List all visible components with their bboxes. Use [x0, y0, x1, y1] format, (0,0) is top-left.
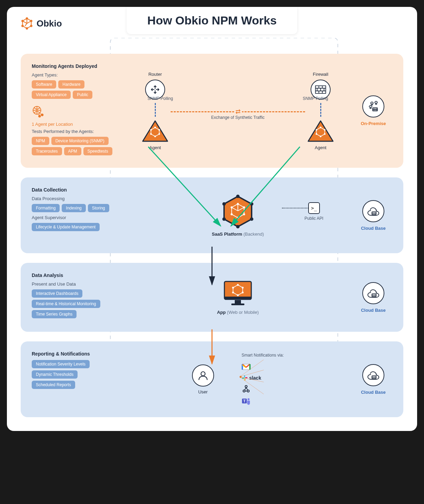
svg-point-51 [242, 287, 243, 288]
chip-snmp: Device Monitoring (SNMP) [51, 137, 109, 145]
collect-center: SaaS Platform (Backend) >_ Public API [121, 187, 354, 244]
user-row: User Smart Notifications via: slack T [192, 353, 284, 406]
svg-marker-31 [224, 196, 252, 227]
svg-text:T: T [243, 399, 245, 403]
agent-right [307, 120, 334, 142]
svg-point-13 [159, 133, 160, 134]
svg-point-24 [316, 129, 317, 130]
svg-line-60 [240, 370, 264, 377]
supervisor-chips: Lifecycle & Update Management [32, 223, 121, 231]
processing-label: Data Processing [32, 196, 121, 201]
sections: Monitoring Agents Deployed Agent Types: … [21, 54, 403, 417]
chip-apm: APM [64, 147, 81, 155]
snmp-label-left: SNMP Polling [148, 96, 173, 101]
svg-point-40 [243, 214, 245, 215]
chip-indexing: Indexing [62, 204, 85, 212]
report-title: Reporting & Notifications [32, 351, 121, 357]
agent-types-label: Agent Types: [32, 72, 121, 78]
report-left: Reporting & Notifications Notification S… [32, 351, 121, 408]
cloud-base-icon-2 [362, 282, 384, 304]
firewall-label: Firewall [313, 72, 329, 77]
svg-point-63 [240, 376, 242, 378]
svg-point-53 [237, 295, 239, 296]
chip-formatting: Formatting [32, 204, 60, 212]
saas-name: SaaS Platform [212, 232, 242, 237]
analysis-sub: Present and Use Data [32, 281, 121, 287]
globe-network-icon [32, 105, 45, 118]
deploy-right: On-Premise [354, 63, 392, 158]
saas-sub: (Backend) [243, 232, 264, 237]
svg-point-32 [236, 195, 240, 198]
deploy-left: Monitoring Agents Deployed Agent Types: … [32, 63, 121, 158]
app-monitor-icon [223, 280, 253, 307]
chip-dashboards: Interactive Dashboards [32, 289, 82, 298]
svg-point-58 [201, 372, 205, 376]
svg-point-33 [250, 202, 253, 206]
collect-right: Cloud Base [354, 187, 392, 244]
chip-storing: Storing [88, 204, 109, 212]
chip-realtime: Real-time & Historical Monitoring [32, 300, 100, 308]
user-icon [192, 364, 214, 387]
svg-point-20 [324, 129, 325, 130]
chip-timeseries: Time Series Graphs [32, 310, 77, 318]
router-label: Router [148, 72, 162, 77]
saas-to-app-arrow [209, 247, 215, 288]
router-node: Router Agent [141, 72, 169, 150]
cloud-base-icon-3 [362, 364, 384, 386]
analysis-chips: Interactive Dashboards Real-time & Histo… [32, 289, 121, 318]
brand-logo: Obkio [21, 17, 62, 30]
svg-point-19 [320, 127, 321, 128]
analysis-title: Data Analysis [32, 272, 121, 278]
svg-marker-10 [143, 121, 168, 141]
svg-point-73 [248, 398, 250, 400]
section-collect: Data Collection Data Processing Formatti… [21, 177, 403, 253]
svg-rect-49 [231, 304, 244, 305]
deploy-title: Monitoring Agents Deployed [32, 63, 121, 69]
svg-point-52 [242, 292, 243, 293]
page-title: How Obkio NPM Works [127, 7, 297, 34]
exchange-arrows-icon: ⇄ [234, 110, 242, 113]
exchange-label: Exchange of Synthetic Traffic [211, 115, 264, 120]
svg-point-26 [375, 103, 377, 104]
svg-point-12 [159, 129, 160, 130]
agent-left [141, 120, 169, 142]
svg-point-14 [154, 136, 155, 137]
user-label: User [198, 389, 208, 394]
svg-rect-48 [235, 300, 241, 304]
collect-left: Data Collection Data Processing Formatti… [32, 187, 121, 244]
section-deploy: Monitoring Agents Deployed Agent Types: … [21, 54, 403, 168]
chip-software: Software [32, 80, 56, 89]
on-premise-icon [362, 95, 384, 117]
svg-point-21 [324, 133, 325, 134]
app-name: App [217, 310, 225, 315]
svg-rect-47 [224, 297, 251, 299]
api-group: >_ Public API [304, 202, 323, 221]
svg-point-36 [222, 217, 226, 221]
app-sub: (Web or Mobile) [227, 310, 259, 315]
chip-virtual: Virtual Appliance [32, 91, 71, 99]
report-center: User Smart Notifications via: slack T [121, 351, 354, 408]
chip-npm: NPM [32, 137, 49, 145]
firewall-node: Firewall Agent [307, 72, 334, 150]
svg-point-42 [231, 214, 232, 215]
on-premise-label: On-Premise [361, 121, 386, 126]
exchange-row: ⇄ Exchange of Synthetic Traffic [121, 113, 354, 120]
svg-point-4 [26, 28, 28, 29]
cloud-base-icon-1 [362, 200, 384, 222]
svg-point-5 [22, 25, 23, 27]
chip-tracer: Traceroutes [32, 147, 62, 155]
svg-point-55 [232, 287, 234, 288]
obkio-logo-icon [21, 17, 33, 30]
report-right: Cloud Base [354, 351, 392, 408]
agent-label-right: Agent [315, 145, 326, 150]
cloud-label-1: Cloud Base [361, 226, 386, 231]
brand-name: Obkio [37, 18, 62, 29]
svg-point-23 [316, 133, 317, 134]
svg-line-59 [240, 360, 264, 377]
agent-type-chips: Software Hardware Virtual Appliance Publ… [32, 80, 121, 99]
user-node: User [192, 364, 214, 394]
tests-label: Tests Performed by the Agents: [32, 129, 121, 134]
agent-label-left: Agent [149, 145, 161, 150]
analysis-right: Cloud Base [354, 272, 392, 322]
supervisor-label: Agent Supervisor [32, 215, 121, 220]
